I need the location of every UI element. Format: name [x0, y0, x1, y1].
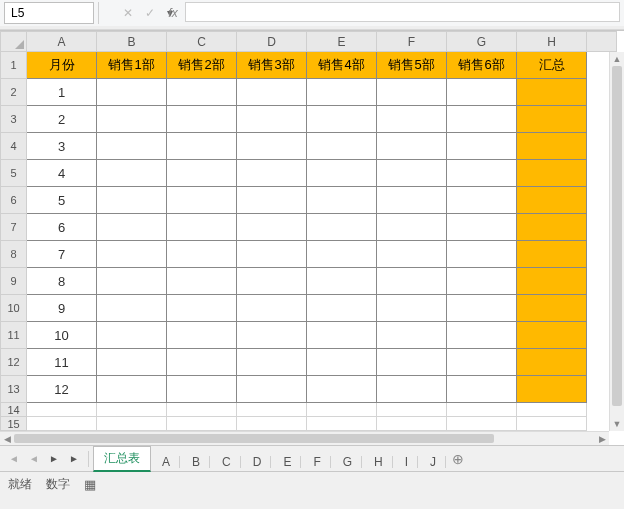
cell[interactable] [307, 79, 377, 106]
row-header[interactable]: 12 [1, 349, 27, 376]
table-header-cell[interactable]: 销售2部 [167, 52, 237, 79]
sheet-tab[interactable]: B [181, 451, 211, 472]
cell[interactable] [237, 268, 307, 295]
cell[interactable] [237, 133, 307, 160]
cell[interactable]: 10 [27, 322, 97, 349]
cell[interactable] [447, 133, 517, 160]
fx-icon[interactable]: fx [161, 0, 185, 26]
cell[interactable] [447, 417, 517, 431]
cell[interactable] [447, 322, 517, 349]
cell[interactable] [97, 133, 167, 160]
cell[interactable] [307, 106, 377, 133]
cell[interactable] [377, 403, 447, 417]
cell[interactable] [97, 403, 167, 417]
sheet-tab[interactable]: F [302, 451, 331, 472]
cell[interactable] [377, 241, 447, 268]
cell[interactable]: 5 [27, 187, 97, 214]
table-header-cell[interactable]: 销售6部 [447, 52, 517, 79]
cell[interactable] [307, 322, 377, 349]
cell[interactable] [517, 295, 587, 322]
cell[interactable] [237, 295, 307, 322]
cell[interactable] [97, 214, 167, 241]
sheet-tab[interactable]: E [272, 451, 302, 472]
row-header[interactable]: 2 [1, 79, 27, 106]
cell[interactable] [307, 268, 377, 295]
scroll-right-icon[interactable]: ▶ [595, 432, 609, 446]
sheet-tab[interactable]: 汇总表 [93, 446, 151, 472]
cell[interactable] [447, 214, 517, 241]
cell[interactable] [517, 187, 587, 214]
cell[interactable] [167, 187, 237, 214]
table-header-cell[interactable]: 销售3部 [237, 52, 307, 79]
sheet-tab[interactable]: A [151, 451, 181, 472]
cell[interactable] [517, 417, 587, 431]
cell[interactable] [167, 79, 237, 106]
cell[interactable] [167, 214, 237, 241]
cell[interactable] [167, 241, 237, 268]
row-header[interactable]: 1 [1, 52, 27, 79]
table-header-cell[interactable]: 销售5部 [377, 52, 447, 79]
name-box-container[interactable]: ▾ [4, 2, 94, 24]
cell[interactable] [167, 349, 237, 376]
table-header-cell[interactable]: 销售1部 [97, 52, 167, 79]
cell[interactable] [517, 241, 587, 268]
cell[interactable] [97, 106, 167, 133]
cell[interactable] [517, 376, 587, 403]
cell[interactable] [237, 160, 307, 187]
cell[interactable] [447, 295, 517, 322]
formula-input[interactable] [185, 2, 620, 22]
row-header[interactable]: 13 [1, 376, 27, 403]
cell[interactable] [167, 322, 237, 349]
cell[interactable] [97, 241, 167, 268]
cell[interactable] [97, 417, 167, 431]
column-header[interactable]: H [517, 32, 587, 52]
cell[interactable] [237, 79, 307, 106]
cell[interactable] [97, 295, 167, 322]
table-header-cell[interactable]: 月份 [27, 52, 97, 79]
cell[interactable] [447, 376, 517, 403]
macro-record-icon[interactable]: ▦ [84, 477, 96, 492]
cell[interactable] [447, 187, 517, 214]
cell[interactable]: 1 [27, 79, 97, 106]
cell[interactable]: 11 [27, 349, 97, 376]
cell[interactable] [307, 133, 377, 160]
cell[interactable] [377, 322, 447, 349]
cell[interactable] [167, 268, 237, 295]
cell[interactable] [167, 160, 237, 187]
cell[interactable] [237, 241, 307, 268]
cell[interactable] [237, 403, 307, 417]
row-header[interactable]: 14 [1, 403, 27, 417]
spreadsheet-grid[interactable]: ABCDEFGH1月份销售1部销售2部销售3部销售4部销售5部销售6部汇总213… [0, 31, 624, 446]
cell[interactable] [517, 268, 587, 295]
cell[interactable] [377, 214, 447, 241]
scroll-left-icon[interactable]: ◀ [0, 432, 14, 446]
row-header[interactable]: 4 [1, 133, 27, 160]
vertical-scrollbar[interactable]: ▲ ▼ [609, 52, 624, 431]
sheet-tab[interactable]: C [211, 451, 242, 472]
cell[interactable] [377, 79, 447, 106]
cell[interactable] [97, 79, 167, 106]
vertical-scroll-thumb[interactable] [612, 66, 622, 406]
cell[interactable] [307, 349, 377, 376]
cell[interactable] [447, 79, 517, 106]
cell[interactable] [237, 187, 307, 214]
cell[interactable] [447, 268, 517, 295]
tab-nav-last-icon[interactable]: ► [64, 448, 84, 470]
cell[interactable] [517, 79, 587, 106]
cell[interactable] [167, 376, 237, 403]
table-header-cell[interactable]: 销售4部 [307, 52, 377, 79]
column-header[interactable]: D [237, 32, 307, 52]
cell[interactable] [517, 106, 587, 133]
cell[interactable] [237, 214, 307, 241]
cell[interactable] [447, 349, 517, 376]
cell[interactable]: 3 [27, 133, 97, 160]
sheet-tab[interactable]: D [242, 451, 273, 472]
cell[interactable] [377, 106, 447, 133]
row-header[interactable]: 6 [1, 187, 27, 214]
row-header[interactable]: 9 [1, 268, 27, 295]
row-header[interactable]: 8 [1, 241, 27, 268]
cell[interactable] [517, 160, 587, 187]
cell[interactable] [307, 160, 377, 187]
row-header[interactable]: 15 [1, 417, 27, 431]
cell[interactable] [237, 106, 307, 133]
